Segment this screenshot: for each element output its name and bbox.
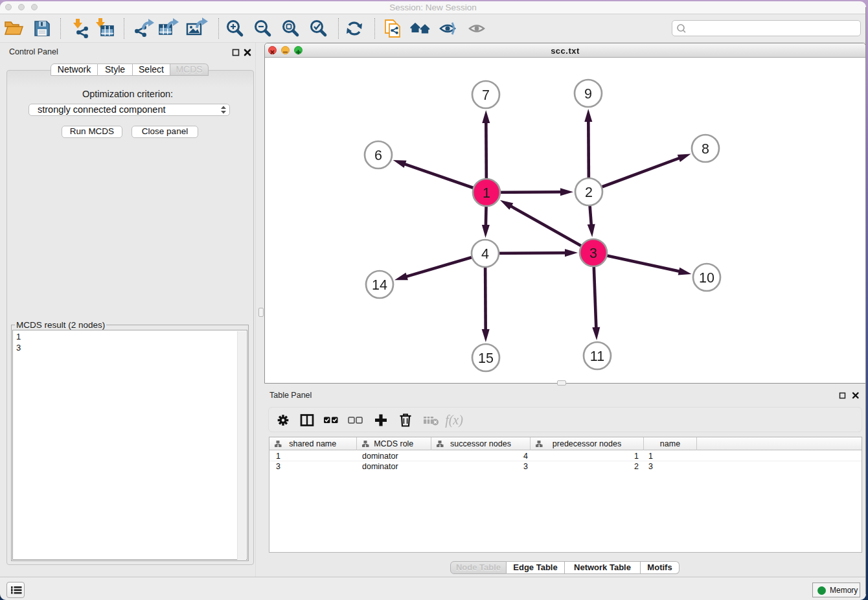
svg-text:4: 4: [481, 246, 489, 262]
svg-text:9: 9: [584, 86, 592, 102]
svg-text:14: 14: [372, 277, 387, 293]
svg-text:15: 15: [478, 351, 494, 366]
svg-text:f(x): f(x): [445, 413, 463, 428]
svg-text:11: 11: [590, 349, 604, 364]
svg-text:8: 8: [702, 141, 709, 157]
svg-text:6: 6: [374, 148, 382, 163]
svg-text:2: 2: [585, 185, 593, 200]
svg-text:10: 10: [699, 270, 714, 286]
svg-text:7: 7: [482, 87, 490, 103]
svg-text:1: 1: [483, 185, 490, 201]
svg-text:3: 3: [589, 246, 597, 261]
